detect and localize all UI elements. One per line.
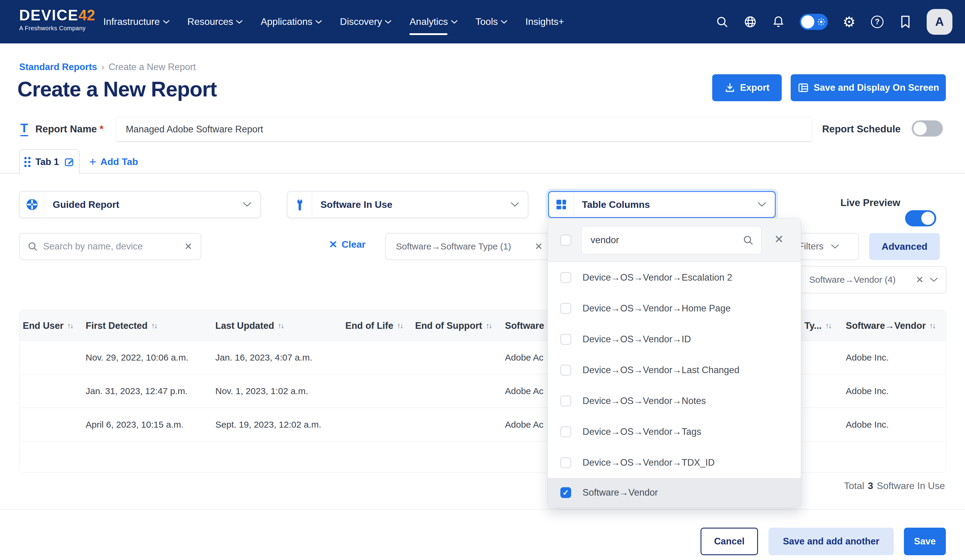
table-row[interactable]: Nov. 29, 2022, 10:06 a.m. Jan. 16, 2023,… <box>19 341 946 374</box>
notifications-bell-icon[interactable] <box>772 15 785 29</box>
chevron-down-icon <box>243 202 252 207</box>
globe-icon[interactable] <box>743 15 757 29</box>
table-columns-value: Table Columns <box>574 199 757 210</box>
add-tab-button[interactable]: Add Tab <box>89 155 138 168</box>
sort-icon[interactable] <box>67 321 73 330</box>
nav-item-applications[interactable]: Applications <box>260 16 322 27</box>
save-button[interactable]: Save <box>904 528 946 555</box>
option-checkbox-checked[interactable] <box>560 487 571 498</box>
nav-item-infrastructure[interactable]: Infrastructure <box>103 16 170 27</box>
chevron-down-icon[interactable] <box>930 277 938 282</box>
sort-icon[interactable] <box>278 321 283 330</box>
bookmark-icon[interactable] <box>898 15 912 29</box>
col-header-end-user[interactable]: End User <box>23 310 73 341</box>
theme-toggle[interactable] <box>800 14 828 30</box>
plus-icon <box>89 155 96 168</box>
col-header-type[interactable]: Ty... <box>805 310 831 341</box>
breadcrumb-current: Create a New Report <box>108 62 196 72</box>
settings-gear-icon[interactable] <box>842 15 856 29</box>
sort-icon[interactable] <box>825 321 831 330</box>
drag-handle-icon[interactable] <box>24 157 31 167</box>
column-option[interactable]: Device→OS→Vendor→Notes <box>548 385 801 416</box>
nav-actions: A <box>715 0 952 43</box>
tab-1[interactable]: Tab 1 <box>19 149 80 174</box>
report-type-select[interactable]: Guided Report <box>19 191 260 218</box>
live-preview-toggle[interactable] <box>905 210 936 226</box>
filter-chip-software-vendor[interactable]: Software→Vendor (4) <box>797 266 947 294</box>
option-checkbox[interactable] <box>560 272 571 283</box>
col-header-software-vendor[interactable]: Software→Vendor <box>846 310 935 341</box>
column-option[interactable]: Device→OS→Vendor→Last Changed <box>548 354 801 385</box>
option-checkbox[interactable] <box>560 457 571 468</box>
table-columns-dropdown-panel: Device→OS→Vendor→Escalation 2 Device→OS→… <box>548 218 801 507</box>
user-avatar[interactable]: A <box>927 9 952 35</box>
column-option[interactable]: Device→OS→Vendor→TDX_ID <box>548 447 801 478</box>
nav-item-tools[interactable]: Tools <box>476 16 508 27</box>
column-option[interactable]: Device→OS→Vendor→Home Page <box>548 293 801 324</box>
sort-icon[interactable] <box>929 321 935 330</box>
tab-row-divider <box>0 173 965 174</box>
clear-x-icon <box>329 238 337 250</box>
chevron-down-icon <box>316 20 322 24</box>
col-header-end-of-life[interactable]: End of Life <box>345 310 402 341</box>
report-schedule-toggle[interactable] <box>912 121 943 137</box>
table-row[interactable]: Jan. 31, 2023, 12:47 p.m. Nov. 1, 2023, … <box>19 374 946 408</box>
data-source-select[interactable]: Software In Use <box>287 191 528 218</box>
clear-search-icon[interactable] <box>184 241 192 252</box>
download-icon <box>725 82 735 93</box>
chevron-down-icon <box>163 20 170 24</box>
save-and-add-another-button[interactable]: Save and add another <box>769 528 894 555</box>
chevron-down-icon <box>501 20 507 24</box>
col-header-end-of-support[interactable]: End of Support <box>415 310 491 341</box>
cancel-button[interactable]: Cancel <box>700 528 758 555</box>
sort-icon[interactable] <box>486 321 491 330</box>
device42-logo[interactable]: DEVICE42 A Freshworks Company <box>19 8 95 31</box>
breadcrumb-link[interactable]: Standard Reports <box>19 62 97 72</box>
col-header-last-updated[interactable]: Last Updated <box>215 310 283 341</box>
report-type-value: Guided Report <box>44 199 243 210</box>
option-checkbox[interactable] <box>560 365 571 376</box>
nav-item-resources[interactable]: Resources <box>188 16 243 27</box>
report-name-input[interactable] <box>116 117 812 142</box>
chevron-down-icon <box>831 244 839 249</box>
text-field-icon <box>20 121 28 136</box>
sort-icon[interactable] <box>397 321 402 330</box>
option-checkbox[interactable] <box>560 395 571 407</box>
search-icon <box>28 242 38 251</box>
column-option[interactable]: Device→OS→Vendor→Tags <box>548 416 801 447</box>
breadcrumb: Standard Reports › Create a New Report <box>19 62 196 72</box>
clear-column-search-icon[interactable] <box>774 233 784 246</box>
col-header-software[interactable]: Software <box>505 310 544 341</box>
advanced-filters-button[interactable]: Advanced <box>869 233 940 260</box>
table-columns-select[interactable]: Table Columns <box>548 191 776 218</box>
nav-item-insights[interactable]: Insights+ <box>525 16 564 27</box>
clear-filters-button[interactable]: Clear <box>329 238 366 250</box>
option-checkbox[interactable] <box>560 334 571 344</box>
table-row[interactable]: April 6, 2023, 10:15 a.m. Sept. 19, 2023… <box>19 408 946 441</box>
col-header-first-detected[interactable]: First Detected <box>86 310 157 341</box>
export-button[interactable]: Export <box>712 74 782 101</box>
logo-text: DEVICE <box>19 7 79 24</box>
toggle-knob <box>913 122 927 135</box>
table-search-input[interactable] <box>43 241 184 252</box>
remove-filter-icon[interactable] <box>535 241 543 252</box>
column-search-input[interactable] <box>590 235 743 246</box>
dropdown-search-box <box>581 226 762 254</box>
edit-pencil-icon[interactable] <box>64 157 75 167</box>
sort-icon[interactable] <box>151 321 157 330</box>
filter-chip-software-type[interactable]: Software→Software Type (1) <box>385 233 566 260</box>
nav-item-discovery[interactable]: Discovery <box>340 16 391 27</box>
help-icon[interactable] <box>870 15 884 29</box>
column-option[interactable]: Device→OS→Vendor→ID <box>548 324 801 354</box>
nav-item-analytics[interactable]: Analytics <box>409 16 457 27</box>
save-and-display-button[interactable]: Save and Display On Screen <box>791 74 946 101</box>
option-checkbox[interactable] <box>560 426 571 437</box>
search-icon[interactable] <box>715 15 729 29</box>
page-title: Create a New Report <box>17 77 217 101</box>
remove-filter-icon[interactable] <box>916 274 924 286</box>
column-option[interactable]: Device→OS→Vendor→Escalation 2 <box>548 262 801 293</box>
select-all-checkbox[interactable] <box>560 235 571 246</box>
table-search-box <box>19 233 201 260</box>
option-checkbox[interactable] <box>560 303 571 314</box>
column-option-selected[interactable]: Software→Vendor <box>548 478 801 507</box>
